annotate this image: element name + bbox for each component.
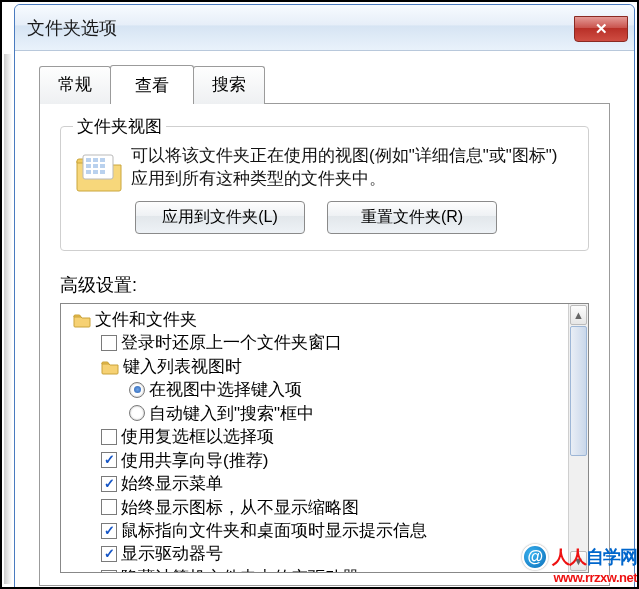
tree-radio-auto-search[interactable]: 自动键入到"搜索"框中 xyxy=(67,402,586,425)
tree-radio-select-typed[interactable]: 在视图中选择键入项 xyxy=(67,378,586,401)
svg-rect-6 xyxy=(100,164,105,168)
reset-folders-button[interactable]: 重置文件夹(R) xyxy=(327,201,497,234)
checkbox-checked-icon xyxy=(101,452,117,468)
close-icon: ✕ xyxy=(595,20,608,38)
tree-item-always-icons[interactable]: 始终显示图标，从不显示缩略图 xyxy=(67,496,586,519)
tree-label: 隐藏计算机文件夹中的空驱动器 xyxy=(121,566,359,573)
folder-icon xyxy=(101,359,119,375)
tree-label: 自动键入到"搜索"框中 xyxy=(149,402,314,425)
tree-scrollbar[interactable]: ▲ ▼ xyxy=(568,304,588,572)
tree-label: 登录时还原上一个文件夹窗口 xyxy=(121,331,342,354)
checkbox-checked-icon xyxy=(101,570,117,573)
svg-rect-2 xyxy=(93,158,98,162)
tab-panel-view: 文件夹视图 可以将该文件夹正在使用的视图(例如"详细信息"或" xyxy=(39,103,610,586)
checkbox-checked-icon xyxy=(101,523,117,539)
window-title: 文件夹选项 xyxy=(27,16,117,40)
advanced-settings-label: 高级设置: xyxy=(60,273,589,297)
tree-item-restore-window[interactable]: 登录时还原上一个文件夹窗口 xyxy=(67,331,586,354)
tree-group-type-into-list: 键入列表视图时 xyxy=(67,355,586,378)
svg-rect-4 xyxy=(86,164,91,168)
tree-item-sharing-wizard[interactable]: 使用共享向导(推荐) xyxy=(67,449,586,472)
folder-views-icon xyxy=(75,151,125,193)
tree-label: 使用共享向导(推荐) xyxy=(121,449,268,472)
tab-general[interactable]: 常规 xyxy=(39,66,111,104)
group-title: 文件夹视图 xyxy=(73,115,166,138)
scroll-thumb[interactable] xyxy=(570,326,587,456)
tree-label: 始终显示菜单 xyxy=(121,472,223,495)
tree-label: 始终显示图标，从不显示缩略图 xyxy=(121,496,359,519)
apply-to-folders-button[interactable]: 应用到文件夹(L) xyxy=(135,201,305,234)
tree-label: 显示驱动器号 xyxy=(121,542,223,565)
checkbox-unchecked-icon xyxy=(101,429,117,445)
dialog-window: 文件夹选项 ✕ 常规 查看 搜索 文件夹视图 xyxy=(14,4,635,589)
scroll-up-icon[interactable]: ▲ xyxy=(570,305,587,325)
svg-rect-7 xyxy=(86,170,91,174)
checkbox-unchecked-icon xyxy=(101,335,117,351)
checkbox-unchecked-icon xyxy=(101,499,117,515)
group-description: 可以将该文件夹正在使用的视图(例如"详细信息"或"图标")应用到所有这种类型的文… xyxy=(131,145,574,191)
tree-label: 键入列表视图时 xyxy=(123,355,242,378)
checkbox-checked-icon xyxy=(101,476,117,492)
svg-rect-1 xyxy=(86,158,91,162)
tab-search[interactable]: 搜索 xyxy=(193,66,265,104)
tree-label: 使用复选框以选择项 xyxy=(121,425,274,448)
title-bar: 文件夹选项 ✕ xyxy=(15,5,634,51)
tree-item-always-menu[interactable]: 始终显示菜单 xyxy=(67,472,586,495)
tab-strip: 常规 查看 搜索 xyxy=(39,65,610,103)
close-button[interactable]: ✕ xyxy=(574,16,628,42)
svg-rect-5 xyxy=(93,164,98,168)
tree-group-files-folders: 文件和文件夹 xyxy=(67,308,586,331)
tree-label: 文件和文件夹 xyxy=(95,308,197,331)
checkbox-checked-icon xyxy=(101,546,117,562)
tree-label: 在视图中选择键入项 xyxy=(149,378,302,401)
svg-rect-9 xyxy=(100,170,105,174)
tree-item-hide-empty-drives[interactable]: 隐藏计算机文件夹中的空驱动器 xyxy=(67,566,586,573)
folder-icon xyxy=(73,312,91,328)
svg-rect-3 xyxy=(100,158,105,162)
tab-view[interactable]: 查看 xyxy=(110,65,194,104)
tree-label: 鼠标指向文件夹和桌面项时显示提示信息 xyxy=(121,519,427,542)
advanced-settings-tree[interactable]: 文件和文件夹 登录时还原上一个文件夹窗口 键入列表视图时 在视图中选择键入项 xyxy=(60,303,589,573)
scroll-down-icon[interactable]: ▼ xyxy=(570,551,587,571)
tree-item-mouse-tooltip[interactable]: 鼠标指向文件夹和桌面项时显示提示信息 xyxy=(67,519,586,542)
tree-item-drive-letters[interactable]: 显示驱动器号 xyxy=(67,542,586,565)
svg-rect-8 xyxy=(93,170,98,174)
radio-selected-icon xyxy=(129,382,145,398)
folder-views-group: 文件夹视图 可以将该文件夹正在使用的视图(例如"详细信息"或" xyxy=(60,126,589,251)
tree-item-use-checkboxes[interactable]: 使用复选框以选择项 xyxy=(67,425,586,448)
radio-unselected-icon xyxy=(129,405,145,421)
